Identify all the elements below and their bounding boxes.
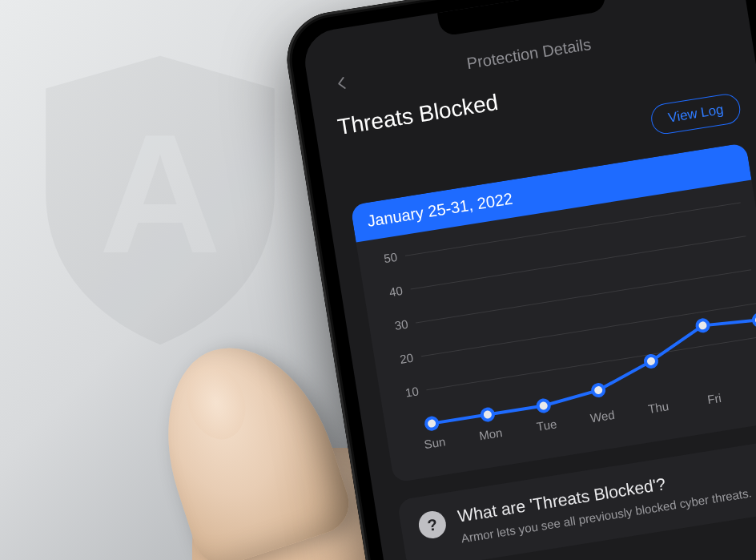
svg-text:20: 20 bbox=[399, 351, 414, 366]
svg-text:Mon: Mon bbox=[478, 425, 503, 442]
back-button[interactable] bbox=[329, 71, 355, 96]
threats-chart-card: January 25-31, 2022 1020304050 SunMonTue… bbox=[350, 143, 756, 483]
svg-text:A: A bbox=[99, 99, 221, 288]
svg-text:Thu: Thu bbox=[647, 399, 670, 416]
scene-background: A Protection Details Threats Blocked Vi bbox=[0, 0, 756, 560]
svg-text:Tue: Tue bbox=[536, 417, 558, 433]
view-log-button[interactable]: View Log bbox=[649, 92, 742, 136]
svg-text:10: 10 bbox=[404, 384, 420, 399]
svg-line-1 bbox=[426, 336, 756, 389]
app-protection-details: Protection Details Threats Blocked View … bbox=[300, 0, 756, 560]
svg-line-7 bbox=[411, 236, 746, 289]
svg-text:40: 40 bbox=[388, 284, 404, 299]
svg-text:50: 50 bbox=[383, 250, 398, 265]
svg-text:Wed: Wed bbox=[589, 408, 616, 425]
arrow-left-icon bbox=[333, 74, 352, 92]
svg-text:Fri: Fri bbox=[706, 391, 722, 407]
armor-shield-watermark: A bbox=[24, 48, 296, 353]
svg-line-5 bbox=[416, 270, 751, 323]
threats-line-chart[interactable]: 1020304050 SunMonTueWedThuFriSat bbox=[368, 195, 756, 461]
question-mark-icon: ? bbox=[416, 510, 448, 541]
svg-text:30: 30 bbox=[393, 317, 408, 332]
hand-thumb bbox=[140, 324, 357, 560]
phone-screen: Protection Details Threats Blocked View … bbox=[300, 0, 756, 560]
svg-text:Sun: Sun bbox=[423, 434, 446, 451]
page-title: Protection Details bbox=[465, 34, 592, 72]
